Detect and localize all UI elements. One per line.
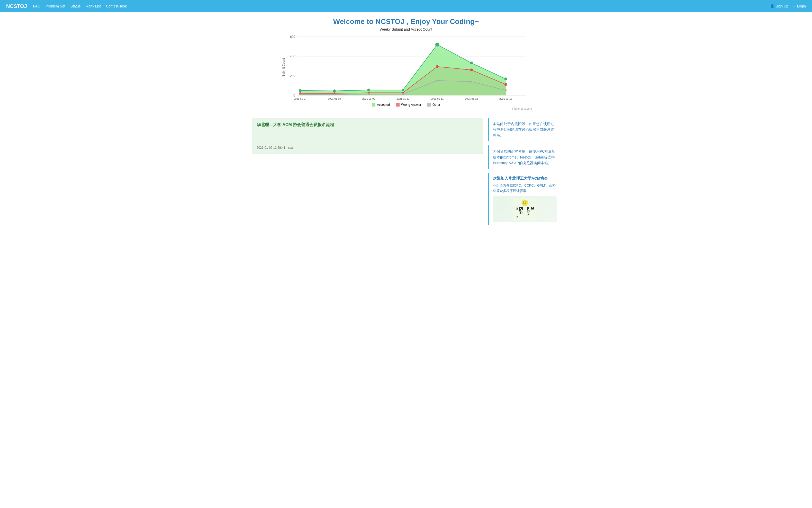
svg-rect-31	[521, 207, 522, 208]
notice-meta: 2021-01-02 13:59:41 - ssw	[256, 146, 478, 150]
svg-text:200: 200	[290, 74, 295, 78]
svg-rect-41	[527, 208, 529, 209]
svg-rect-35	[519, 209, 521, 210]
login-link[interactable]: → Login	[793, 4, 806, 8]
login-icon: →	[793, 4, 796, 8]
accepted-point	[504, 78, 507, 80]
svg-rect-46	[522, 213, 523, 213]
other-point	[505, 90, 507, 91]
svg-text:2021-01-11: 2021-01-11	[431, 97, 443, 100]
svg-rect-52	[527, 212, 528, 212]
other-color-swatch	[427, 103, 431, 107]
svg-text:2021-01-13: 2021-01-13	[499, 97, 512, 100]
other-point	[299, 94, 301, 95]
svg-text:Submit Count: Submit Count	[282, 58, 285, 77]
svg-rect-29	[519, 207, 520, 208]
svg-text:0: 0	[293, 94, 295, 97]
qr-svg	[513, 198, 536, 221]
highcharts-credit: Highcharts.com	[280, 107, 532, 110]
other-point	[402, 93, 404, 95]
chart-wrapper: Submit Count 600 400 200 0 2021-01-07 20…	[280, 34, 532, 101]
accepted-color-swatch	[372, 103, 375, 107]
qr-code	[493, 196, 557, 222]
svg-rect-32	[522, 207, 523, 208]
accepted-point	[333, 90, 336, 92]
right-column: 本站尚处于内测阶段，如果您在使用过程中遇到问题请在讨论版留言或联系管理员。 为保…	[488, 118, 560, 228]
wrong-answer-point	[470, 69, 473, 71]
svg-text:2021-01-08: 2021-01-08	[328, 97, 341, 100]
navbar: NCSTOJ FAQ Problem Set Status Rank List …	[0, 0, 812, 12]
svg-rect-26	[517, 208, 518, 209]
wrong-answer-point	[504, 83, 507, 86]
svg-rect-33	[519, 208, 520, 209]
side-notice-2: 为保证您的正常使用，请使用PC端最新版本的Chrome、Firefox、Safa…	[488, 145, 560, 169]
svg-point-17	[522, 200, 528, 206]
notice-title: 华北理工大学 ACM 协会普通会员报名流程	[256, 122, 478, 128]
svg-rect-39	[527, 207, 528, 208]
nav-problem-set[interactable]: Problem Set	[46, 4, 65, 8]
svg-rect-34	[521, 208, 522, 209]
user-plus-icon: 👤	[770, 4, 774, 8]
svg-rect-28	[517, 216, 518, 217]
svg-rect-51	[529, 211, 530, 211]
svg-rect-43	[519, 212, 520, 212]
welcome-title: 欢迎加入华北理工大学ACM协会	[493, 176, 557, 181]
svg-point-18	[523, 202, 524, 203]
notice-divider	[256, 131, 478, 131]
welcome-text: 一起全力备战ICPC、CCPC、GPLT、蓝桥杯等众多程序设计赛事！	[493, 183, 557, 194]
other-point	[333, 94, 335, 95]
accepted-point	[367, 88, 370, 91]
nav-status[interactable]: Status	[70, 4, 81, 8]
left-column: 华北理工大学 ACM 协会普通会员报名流程 2021-01-02 13:59:4…	[252, 118, 483, 228]
side-notice-1: 本站尚处于内测阶段，如果您在使用过程中遇到问题请在讨论版留言或联系管理员。	[488, 118, 560, 141]
svg-rect-42	[527, 209, 528, 210]
navbar-brand[interactable]: NCSTOJ	[6, 3, 27, 9]
legend-other: Other	[427, 103, 440, 107]
svg-text:2021-01-10: 2021-01-10	[396, 97, 409, 100]
wrong-answer-label: Wrong Answer	[401, 103, 421, 107]
svg-rect-55	[527, 215, 528, 215]
svg-rect-53	[529, 212, 530, 212]
side-notice-2-text: 为保证您的正常使用，请使用PC端最新版本的Chrome、Firefox、Safa…	[493, 149, 557, 166]
other-point	[471, 81, 472, 83]
page-title: Welcome to NCSTOJ , Enjoy Your Coding~	[8, 17, 804, 26]
wrong-answer-color-swatch	[396, 103, 399, 107]
svg-rect-47	[519, 214, 520, 214]
svg-text:2021-01-12: 2021-01-12	[465, 97, 478, 100]
nav-rank-list[interactable]: Rank List	[86, 4, 101, 8]
svg-rect-30	[520, 207, 521, 208]
svg-rect-44	[520, 212, 521, 214]
accepted-point	[299, 89, 302, 92]
svg-rect-38	[522, 208, 523, 210]
main-container: Welcome to NCSTOJ , Enjoy Your Coding~ W…	[0, 12, 812, 508]
other-point	[436, 80, 438, 82]
chart-subtitle: Weeky Submit and Accept Count	[280, 27, 532, 31]
svg-point-19	[525, 202, 526, 203]
svg-rect-37	[520, 210, 521, 211]
svg-text:400: 400	[290, 54, 295, 58]
content-row: 华北理工大学 ACM 协会普通会员报名流程 2021-01-02 13:59:4…	[252, 118, 560, 228]
notice-card: 华北理工大学 ACM 协会普通会员报名流程 2021-01-02 13:59:4…	[252, 118, 483, 154]
signup-link[interactable]: 👤 Sign Up	[770, 4, 789, 8]
other-label: Other	[432, 103, 440, 107]
svg-text:600: 600	[290, 35, 295, 39]
legend-accepted: Accepted	[372, 103, 390, 107]
legend-wrong-answer: Wrong Answer	[396, 103, 421, 107]
accepted-label: Accepted	[377, 103, 390, 107]
svg-text:2021-01-07: 2021-01-07	[294, 97, 306, 100]
svg-rect-48	[521, 214, 522, 214]
svg-rect-54	[527, 213, 529, 213]
svg-rect-49	[527, 211, 528, 211]
svg-rect-56	[528, 214, 529, 215]
nav-contest-task[interactable]: Contest/Task	[106, 4, 127, 8]
side-notice-1-text: 本站尚处于内测阶段，如果您在使用过程中遇到问题请在讨论版留言或联系管理员。	[493, 121, 557, 138]
accepted-point	[435, 43, 439, 47]
svg-text:2021-01-09: 2021-01-09	[362, 97, 375, 100]
side-welcome: 欢迎加入华北理工大学ACM协会 一起全力备战ICPC、CCPC、GPLT、蓝桥杯…	[488, 173, 560, 225]
chart-svg: Submit Count 600 400 200 0 2021-01-07 20…	[280, 34, 532, 101]
nav-faq[interactable]: FAQ	[33, 4, 40, 8]
accepted-point	[401, 88, 404, 91]
chart-section: Weeky Submit and Accept Count Submit Cou…	[280, 27, 532, 110]
chart-legend: Accepted Wrong Answer Other	[280, 103, 532, 107]
navbar-links: FAQ Problem Set Status Rank List Contest…	[33, 4, 770, 8]
